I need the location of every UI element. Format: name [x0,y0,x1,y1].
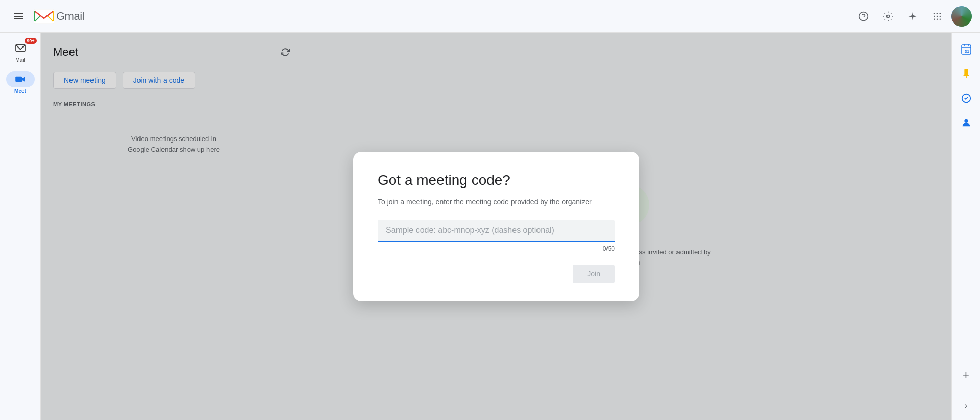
modal-title: Got a meeting code? [378,172,615,189]
svg-point-29 [964,119,968,123]
svg-point-14 [940,15,941,17]
svg-point-13 [937,15,938,17]
add-icon: + [963,368,969,382]
svg-point-11 [940,12,941,14]
meeting-code-modal: Got a meeting code? To join a meeting, e… [353,152,639,301]
header-right [853,6,972,27]
menu-icon[interactable] [8,6,29,27]
settings-button[interactable] [878,6,898,27]
mail-icon [15,43,26,53]
avatar[interactable] [951,6,972,27]
svg-point-17 [940,18,941,20]
tasks-icon [961,92,972,104]
join-button[interactable]: Join [573,265,615,283]
svg-point-8 [887,15,890,17]
collapse-sidebar-button[interactable]: › [956,395,976,416]
char-count: 0/50 [378,245,615,252]
meeting-code-input[interactable] [386,226,606,235]
right-sidebar: 31 + › [951,33,980,420]
help-button[interactable] [853,6,874,27]
content: Meet New meeting Join with a code MY MEE… [41,33,951,420]
ai-button[interactable] [902,6,923,27]
calendar-icon: 31 [960,43,972,55]
gmail-text: Gmail [56,10,84,23]
right-sidebar-contacts[interactable] [956,112,976,133]
main-area: 99+ Mail Meet Meet [0,33,980,420]
right-sidebar-keep[interactable] [956,63,976,84]
sidebar-item-mail[interactable]: 99+ Mail [2,37,39,66]
modal-overlay[interactable]: Got a meeting code? To join a meeting, e… [41,33,951,420]
apps-button[interactable] [927,6,947,27]
sidebar-meet-label: Meet [14,88,26,94]
chevron-right-icon: › [965,401,967,410]
sidebar-mail-label: Mail [15,57,25,63]
svg-rect-19 [15,77,22,82]
header: Gmail [0,0,980,33]
svg-point-15 [934,18,935,20]
right-sidebar-tasks[interactable] [956,88,976,108]
svg-point-10 [937,12,938,14]
svg-text:31: 31 [965,49,969,54]
right-sidebar-calendar[interactable]: 31 [956,39,976,59]
modal-description: To join a meeting, enter the meeting cod… [378,197,615,207]
add-widget-button[interactable]: + [956,365,976,385]
mail-badge: 99+ [25,38,36,44]
sidebar: 99+ Mail Meet [0,33,41,420]
modal-input-wrapper [378,220,615,242]
keep-icon [961,68,972,79]
gmail-m-icon [34,9,54,24]
sidebar-item-meet[interactable]: Meet [2,68,39,97]
svg-point-9 [934,12,935,14]
gmail-logo: Gmail [34,9,84,24]
contacts-icon [961,117,972,128]
svg-point-12 [934,15,935,17]
modal-actions: Join [378,265,615,283]
meet-icon-bg [6,71,35,87]
header-left: Gmail [8,6,853,27]
meet-icon [15,75,26,83]
svg-point-16 [937,18,938,20]
